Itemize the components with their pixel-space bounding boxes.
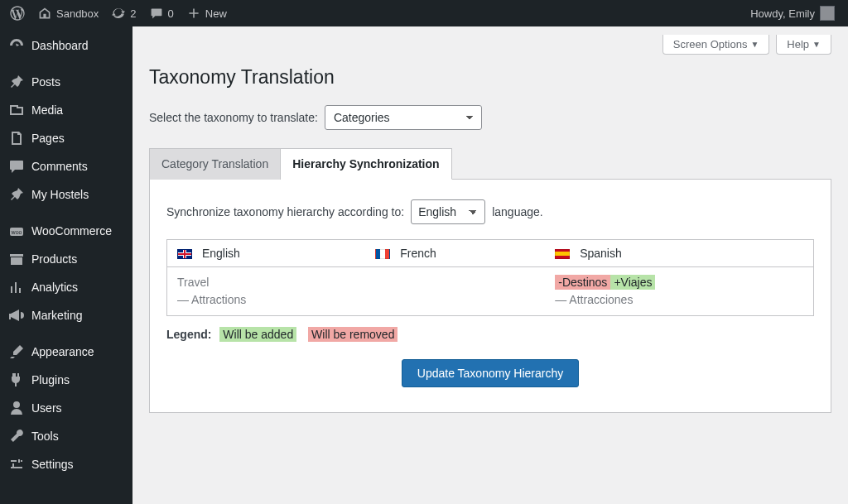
page-title: Taxonomy Translation bbox=[149, 66, 831, 89]
table-header-fr: French bbox=[365, 240, 545, 267]
chart-icon bbox=[8, 279, 25, 295]
sidebar-item-label: Comments bbox=[31, 160, 126, 173]
dashboard-icon bbox=[8, 37, 25, 54]
media-icon bbox=[8, 102, 25, 118]
sliders-icon bbox=[8, 456, 25, 473]
megaphone-icon bbox=[8, 307, 25, 324]
sidebar-item-label: WooCommerce bbox=[31, 224, 126, 238]
sidebar-item-label: Settings bbox=[31, 458, 126, 471]
sidebar-item-label: Media bbox=[31, 103, 126, 117]
pin-icon bbox=[8, 74, 25, 90]
diff-add: +Viajes bbox=[610, 275, 655, 290]
plug-icon bbox=[8, 372, 25, 388]
taxonomy-select-row: Select the taxonomy to translate: Catego… bbox=[149, 105, 831, 130]
taxonomy-select-label: Select the taxonomy to translate: bbox=[149, 111, 318, 124]
sidebar-item-label: Users bbox=[31, 401, 126, 415]
caret-down-icon: ▼ bbox=[750, 40, 759, 49]
sidebar-item-my-hostels[interactable]: My Hostels bbox=[0, 180, 132, 209]
archive-icon bbox=[8, 251, 25, 267]
cell-fr bbox=[365, 267, 545, 316]
sidebar-item-label: Marketing bbox=[31, 309, 126, 322]
legend: Legend: Will be added Will be removed bbox=[166, 328, 814, 341]
diff-remove: -Destinos bbox=[555, 275, 610, 290]
sidebar-item-label: Tools bbox=[31, 430, 126, 443]
sidebar-item-settings[interactable]: Settings bbox=[0, 450, 132, 478]
user-icon bbox=[8, 400, 25, 416]
sidebar-item-label: Products bbox=[31, 252, 126, 266]
site-name: Sandbox bbox=[56, 7, 99, 20]
tabs: Category Translation Hierarchy Synchroni… bbox=[149, 148, 831, 180]
screen-meta-links: Screen Options ▼ Help ▼ bbox=[149, 26, 831, 55]
wrench-icon bbox=[8, 428, 25, 444]
sync-language-select[interactable]: English bbox=[411, 199, 485, 224]
admin-bar: Sandbox 2 0 New Howdy, Emily bbox=[0, 0, 848, 26]
sidebar-item-label: Posts bbox=[31, 75, 126, 89]
main-content: Screen Options ▼ Help ▼ Taxonomy Transla… bbox=[132, 26, 848, 504]
cell-en: Travel — Attractions bbox=[167, 267, 366, 316]
howdy-text: Howdy, Emily bbox=[750, 7, 815, 20]
menu-separator bbox=[0, 60, 132, 68]
caret-down-icon: ▼ bbox=[812, 40, 821, 49]
table-header-en: English bbox=[167, 240, 366, 267]
hierarchy-sync-panel: Synchronize taxonomy hierarchy according… bbox=[149, 180, 831, 413]
tab-hierarchy-sync[interactable]: Hierarchy Synchronization bbox=[281, 148, 451, 180]
taxonomy-select[interactable]: Categories bbox=[325, 105, 482, 130]
sync-language-row: Synchronize taxonomy hierarchy according… bbox=[166, 199, 814, 224]
sidebar-item-label: Pages bbox=[31, 132, 126, 145]
new-label: New bbox=[205, 7, 227, 20]
comment-icon bbox=[8, 158, 25, 175]
sidebar-item-marketing[interactable]: Marketing bbox=[0, 301, 132, 329]
sidebar-item-media[interactable]: Media bbox=[0, 96, 132, 124]
cell-es: -Destinos+Viajes — Attracciones bbox=[545, 267, 813, 316]
screen-options-button[interactable]: Screen Options ▼ bbox=[662, 35, 770, 55]
menu-separator bbox=[0, 209, 132, 217]
brush-icon bbox=[8, 343, 25, 360]
pages-icon bbox=[8, 130, 25, 146]
svg-text:woo: woo bbox=[11, 229, 22, 235]
legend-label: Legend: bbox=[166, 328, 211, 341]
help-button[interactable]: Help ▼ bbox=[776, 35, 831, 55]
table-row: Travel — Attractions -Destinos+Viajes — … bbox=[167, 267, 814, 316]
updates-link[interactable]: 2 bbox=[105, 0, 142, 26]
sidebar-item-label: Appearance bbox=[31, 345, 126, 358]
table-header-es: Spanish bbox=[545, 240, 813, 267]
update-button-row: Update Taxonomy Hierarchy bbox=[166, 359, 814, 387]
screen-options-label: Screen Options bbox=[673, 38, 748, 50]
flag-es-icon bbox=[555, 249, 570, 259]
sidebar-item-appearance[interactable]: Appearance bbox=[0, 338, 132, 366]
comments-count: 0 bbox=[168, 7, 174, 20]
sidebar-item-dashboard[interactable]: Dashboard bbox=[0, 31, 132, 60]
update-hierarchy-button[interactable]: Update Taxonomy Hierarchy bbox=[402, 359, 579, 387]
updates-count: 2 bbox=[130, 7, 136, 20]
comments-link[interactable]: 0 bbox=[143, 0, 181, 26]
sync-post-text: language. bbox=[492, 205, 543, 218]
sidebar-item-tools[interactable]: Tools bbox=[0, 422, 132, 450]
flag-en-icon bbox=[177, 249, 192, 259]
avatar bbox=[820, 6, 835, 21]
sidebar-item-analytics[interactable]: Analytics bbox=[0, 273, 132, 301]
pin-icon bbox=[8, 186, 25, 203]
sidebar-item-posts[interactable]: Posts bbox=[0, 68, 132, 96]
sidebar-item-label: My Hostels bbox=[31, 188, 126, 201]
site-name-link[interactable]: Sandbox bbox=[31, 0, 105, 26]
legend-removed: Will be removed bbox=[308, 327, 398, 342]
sync-pre-text: Synchronize taxonomy hierarchy according… bbox=[166, 205, 404, 218]
sidebar-item-woocommerce[interactable]: wooWooCommerce bbox=[0, 217, 132, 245]
woo-icon: woo bbox=[8, 223, 25, 239]
language-hierarchy-table: English French Spanish Travel bbox=[166, 239, 814, 316]
user-greeting[interactable]: Howdy, Emily bbox=[744, 0, 841, 26]
sidebar-item-label: Plugins bbox=[31, 373, 126, 386]
sidebar-item-pages[interactable]: Pages bbox=[0, 124, 132, 152]
sidebar-item-label: Dashboard bbox=[31, 39, 126, 52]
sidebar-item-comments[interactable]: Comments bbox=[0, 152, 132, 180]
wp-logo[interactable] bbox=[3, 0, 31, 26]
sidebar-item-label: Analytics bbox=[31, 281, 126, 294]
tab-category-translation[interactable]: Category Translation bbox=[149, 148, 281, 180]
sidebar-item-users[interactable]: Users bbox=[0, 394, 132, 422]
flag-fr-icon bbox=[375, 249, 390, 259]
legend-added: Will be added bbox=[219, 327, 296, 342]
sidebar-item-products[interactable]: Products bbox=[0, 245, 132, 273]
new-content-link[interactable]: New bbox=[181, 0, 234, 26]
help-label: Help bbox=[787, 38, 809, 50]
sidebar-item-plugins[interactable]: Plugins bbox=[0, 366, 132, 394]
